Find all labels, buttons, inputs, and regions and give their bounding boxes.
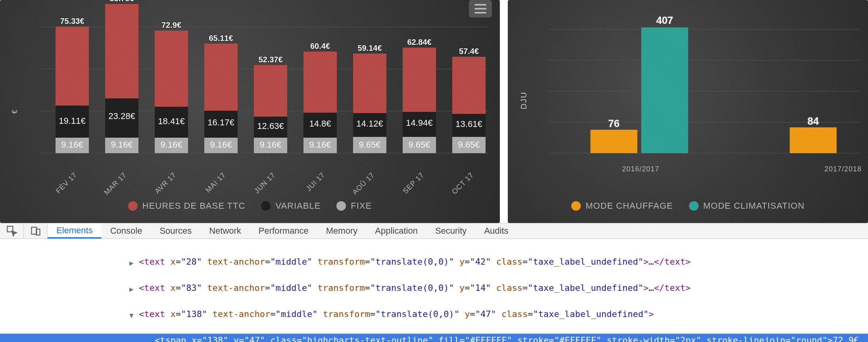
mid-label: 13.61€ (455, 119, 482, 129)
total-label: 57.4€ (459, 47, 479, 56)
mid-label: 19.11€ (59, 116, 85, 126)
bot-label: 9.16€ (160, 140, 182, 150)
code-val: 138 (186, 309, 202, 319)
svg-rect-36 (590, 130, 637, 153)
mid-label: 12.63€ (257, 121, 284, 131)
total-label: 88.78€ (109, 0, 134, 3)
mid-label: 18.41€ (158, 116, 184, 126)
svg-rect-37 (641, 27, 688, 153)
tab-application[interactable]: Application (366, 223, 426, 238)
bot-label: 9.16€ (111, 140, 133, 150)
data-label: 407 (656, 15, 673, 26)
code-val: taxe_label_undefined (533, 283, 638, 293)
code-val: #FFFFFF (470, 335, 507, 342)
tab-elements[interactable]: Elements (48, 223, 102, 238)
xcat: avr 17 (154, 171, 178, 195)
devtools-panel: Elements Console Sources Network Perform… (0, 223, 868, 342)
monthly-cost-chart: € 0€ 25€ 50€ 75€ (0, 0, 500, 223)
bot-label: 9.16€ (61, 140, 83, 150)
code-val: 83 (186, 283, 197, 293)
bot-label: 9.65€ (458, 140, 480, 150)
code-val: taxe_label_undefined (538, 309, 643, 319)
code-val: 28 (186, 257, 197, 267)
legend-item[interactable]: Variable (261, 201, 321, 211)
code-val: translate(0,0) (375, 283, 449, 293)
mid-label: 16.17€ (207, 117, 234, 127)
total-label: 60.4€ (310, 42, 330, 50)
device-toggle-icon[interactable] (24, 223, 48, 238)
code-val: 2px (680, 335, 696, 342)
tab-audits[interactable]: Audits (475, 223, 517, 238)
legend: Heures de Base TTC Variable Fixe (0, 201, 500, 211)
xcat: jun 17 (253, 171, 277, 195)
bot-label: 9.16€ (210, 140, 232, 150)
legend-label: Heures de Base TTC (142, 201, 246, 211)
total-label: 75.33€ (60, 17, 84, 25)
code-val: middle (275, 257, 307, 267)
legend-item[interactable]: Heures de Base TTC (128, 201, 246, 211)
legend-label: mode climatisation (703, 201, 805, 211)
svg-rect-9 (105, 4, 138, 98)
bars (590, 27, 837, 153)
code-val: 47 (249, 335, 260, 342)
tab-security[interactable]: Security (426, 223, 475, 238)
legend-label: mode chauffage (586, 201, 673, 211)
devtools-tabbar: Elements Console Sources Network Perform… (0, 223, 868, 239)
tab-sources[interactable]: Sources (151, 223, 200, 238)
xcat: mar 17 (102, 171, 128, 195)
code-val: middle (275, 283, 307, 293)
total-label: 72.9€ (161, 21, 181, 29)
legend-item[interactable]: mode climatisation (689, 201, 805, 211)
legend-item[interactable]: Fixe (336, 201, 372, 211)
legend-label: Variable (275, 201, 321, 211)
svg-rect-18 (254, 65, 287, 117)
code-val: 47 (480, 309, 491, 319)
mid-label: 14.12€ (356, 119, 383, 129)
legend-item[interactable]: mode chauffage (571, 201, 673, 211)
svg-rect-24 (353, 54, 386, 113)
legend: mode chauffage mode climatisation (508, 201, 868, 211)
total-label: 65.11€ (209, 34, 233, 42)
code-val: middle (281, 309, 312, 319)
xcat: jui 17 (305, 171, 326, 193)
tab-console[interactable]: Console (102, 223, 151, 238)
svg-rect-27 (403, 48, 436, 112)
dju-chart: DJU 0 100 200 300 400 (508, 0, 868, 223)
data-label: 76 (608, 118, 619, 129)
elements-tree[interactable]: ▶<text x="28" text-anchor="middle" trans… (0, 239, 868, 342)
tab-performance[interactable]: Performance (250, 223, 317, 238)
code-val: 42 (475, 257, 486, 267)
code-val: taxe_label_undefined (533, 257, 638, 267)
mid-label: 14.8€ (309, 119, 331, 129)
tab-memory[interactable]: Memory (317, 223, 366, 238)
svg-rect-15 (204, 44, 238, 111)
svg-rect-6 (56, 27, 89, 106)
xcat: oct 17 (450, 171, 475, 195)
xcat: sep 17 (401, 171, 426, 195)
xcat: mai 17 (204, 171, 227, 194)
bot-label: 9.65€ (408, 140, 430, 150)
xcat: Fév 17 (54, 171, 79, 195)
code-val: round (796, 335, 822, 342)
xcat: 2016/2017 (622, 165, 659, 173)
code-val: translate(0,0) (380, 309, 454, 319)
bot-label: 9.16€ (259, 140, 281, 150)
svg-rect-21 (303, 52, 337, 113)
mid-label: 23.28€ (108, 111, 135, 121)
mid-label: 14.94€ (406, 118, 432, 128)
y-axis-label: DJU (519, 91, 528, 109)
selected-node[interactable]: <tspan x="138" y="47" class="highcharts-… (0, 334, 868, 342)
inspect-element-icon[interactable] (0, 223, 24, 238)
code-val: highcharts-text-outline (307, 335, 428, 342)
xcat: 2017/2018 (824, 165, 862, 173)
code-val: translate(0,0) (375, 257, 449, 267)
y-axis-label: € (11, 109, 19, 113)
svg-rect-12 (155, 31, 188, 107)
svg-rect-30 (452, 57, 486, 114)
tab-network[interactable]: Network (200, 223, 250, 238)
bot-label: 9.65€ (359, 140, 380, 150)
bot-label: 9.16€ (309, 140, 331, 150)
legend-label: Fixe (351, 201, 372, 211)
total-label: 62.84€ (407, 38, 431, 46)
svg-rect-38 (790, 127, 837, 153)
